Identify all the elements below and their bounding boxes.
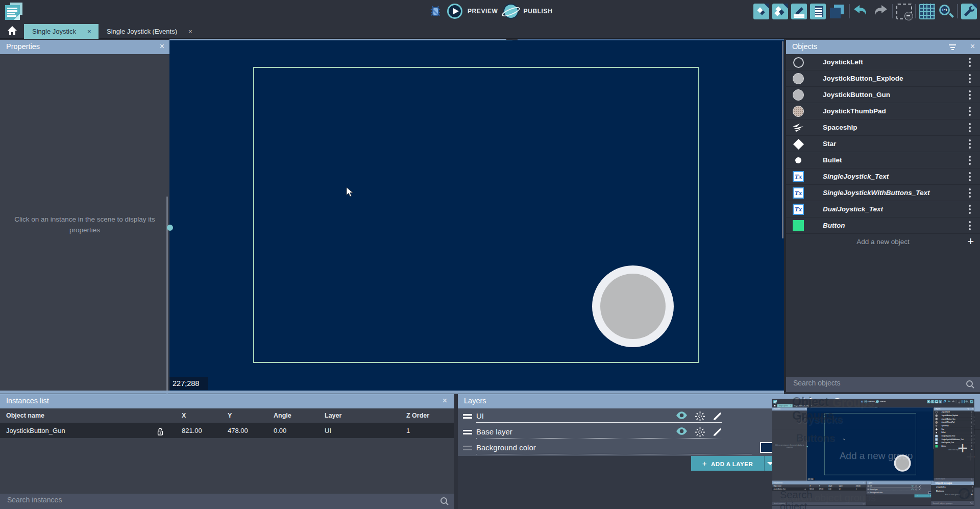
objects-search-input[interactable] bbox=[792, 378, 949, 387]
publish-button[interactable]: PUBLISH bbox=[524, 8, 553, 15]
close-icon[interactable]: × bbox=[160, 42, 164, 51]
visibility-eye-icon[interactable] bbox=[675, 427, 688, 435]
mouse-cursor bbox=[346, 187, 354, 200]
object-groups-icon[interactable] bbox=[772, 4, 788, 19]
top-toolbar: PREVIEW PUBLISH 1:1 bbox=[0, 0, 980, 22]
tab-close-icon[interactable]: × bbox=[188, 28, 192, 35]
object-menu-icon[interactable] bbox=[969, 90, 971, 92]
properties-panel-header[interactable]: Properties × bbox=[0, 40, 169, 54]
object-menu-icon[interactable] bbox=[969, 188, 971, 190]
zoom-1-1-icon[interactable]: 1:1 bbox=[938, 4, 954, 19]
tab-close-icon[interactable]: × bbox=[87, 28, 91, 35]
close-icon[interactable]: × bbox=[970, 42, 975, 51]
window-drag-preview: PREVIEW PUBLISH 1:1 bbox=[772, 399, 974, 505]
plus-icon[interactable]: + bbox=[967, 235, 974, 248]
layers-icon[interactable] bbox=[829, 4, 845, 19]
scene-editor-canvas[interactable]: 227;288 bbox=[169, 40, 784, 391]
instances-panel-header[interactable]: Instances list × bbox=[0, 394, 454, 408]
toolbar-separator bbox=[957, 4, 958, 18]
object-list-item[interactable]: Star bbox=[786, 136, 980, 152]
object-list-item[interactable]: Tx DualJoystick_Text bbox=[786, 201, 980, 217]
column-header: Z Order bbox=[406, 412, 429, 419]
instance-angle: 0.00 bbox=[274, 427, 286, 434]
object-menu-icon[interactable] bbox=[969, 58, 971, 60]
layers-panel-header[interactable]: Layers bbox=[458, 394, 772, 408]
settings-icon[interactable] bbox=[961, 4, 977, 19]
objects-panel-header[interactable]: Objects × bbox=[786, 40, 980, 54]
layer-name[interactable]: Background color bbox=[476, 443, 536, 452]
column-header: Object name bbox=[6, 412, 44, 419]
drag-handle-icon[interactable] bbox=[463, 430, 472, 436]
object-list-item[interactable]: Tx SingleJoystick_Text bbox=[786, 168, 980, 185]
preview-button[interactable]: PREVIEW bbox=[468, 8, 498, 15]
layer-row-base[interactable]: Base layer bbox=[458, 424, 772, 440]
edit-pencil-icon[interactable] bbox=[712, 427, 722, 437]
object-menu-icon[interactable] bbox=[969, 221, 971, 223]
debug-icon[interactable] bbox=[429, 4, 442, 18]
layer-name-underline bbox=[476, 454, 752, 454]
properties-panel: Properties × Click on an instance in the… bbox=[0, 40, 169, 391]
plus-icon: + bbox=[702, 459, 707, 468]
visibility-eye-icon[interactable] bbox=[675, 411, 688, 420]
layer-name-underline bbox=[476, 438, 722, 439]
gdevelop-logo-icon[interactable] bbox=[5, 3, 23, 20]
drag-handle-icon bbox=[463, 446, 472, 452]
undo-icon[interactable] bbox=[853, 4, 869, 19]
object-list-item[interactable]: JoystickButton_Explode bbox=[786, 70, 980, 87]
layer-row-background-color[interactable]: Background color bbox=[458, 440, 772, 456]
object-menu-icon[interactable] bbox=[969, 205, 971, 207]
tab-single-joystick[interactable]: Single Joystick × bbox=[24, 24, 99, 39]
object-menu-icon[interactable] bbox=[969, 172, 971, 174]
layer-row-ui[interactable]: UI bbox=[458, 408, 772, 424]
instance-layer: UI bbox=[325, 427, 331, 434]
add-object-row[interactable]: Add a new object + bbox=[786, 234, 980, 251]
scene-scrollbar[interactable] bbox=[782, 41, 783, 238]
object-list-item[interactable]: Spaceship bbox=[786, 119, 980, 136]
object-list-item[interactable]: JoystickButton_Gun bbox=[786, 87, 980, 103]
layer-name[interactable]: UI bbox=[476, 411, 484, 420]
object-menu-icon[interactable] bbox=[969, 139, 971, 141]
unlocked-padlock-icon[interactable] bbox=[156, 427, 164, 439]
add-object-label: Add a new object bbox=[786, 238, 980, 246]
object-menu-icon[interactable] bbox=[969, 156, 971, 158]
edit-pencil-icon[interactable] bbox=[712, 411, 722, 421]
clear-selection-icon[interactable] bbox=[896, 4, 912, 19]
layer-effects-icon[interactable] bbox=[695, 411, 705, 422]
instance-table-row[interactable]: JoystickButton_Gun 821.00 478.00 0.00 UI… bbox=[0, 423, 454, 438]
object-menu-icon[interactable] bbox=[969, 107, 971, 109]
gdevelop-window: PREVIEW PUBLISH 1:1 bbox=[0, 0, 980, 509]
objects-panel-icon[interactable] bbox=[753, 4, 769, 19]
object-list-item[interactable]: Tx SingleJoystickWithButtons_Text bbox=[786, 185, 980, 201]
preview-play-icon[interactable] bbox=[447, 4, 462, 19]
close-icon[interactable]: × bbox=[443, 396, 447, 405]
object-menu-icon[interactable] bbox=[969, 123, 971, 125]
layer-effects-icon[interactable] bbox=[695, 427, 705, 438]
object-menu-icon[interactable] bbox=[969, 74, 971, 76]
horizontal-resize-divider[interactable] bbox=[0, 391, 784, 394]
grid-icon[interactable] bbox=[919, 4, 935, 19]
instances-search-input[interactable] bbox=[6, 495, 372, 504]
spaceship-icon bbox=[792, 122, 804, 134]
tab-single-joystick-events[interactable]: Single Joystick (Events) × bbox=[99, 24, 201, 39]
properties-scrollbar[interactable] bbox=[166, 197, 168, 421]
instance-z-order: 1 bbox=[406, 427, 410, 434]
tab-label: Single Joystick bbox=[32, 28, 76, 35]
joystick-button-instance[interactable] bbox=[592, 265, 674, 347]
panel-resize-handle[interactable] bbox=[167, 225, 173, 231]
publish-planet-icon[interactable] bbox=[503, 4, 519, 19]
object-name: SingleJoystickWithButtons_Text bbox=[823, 189, 929, 197]
filter-icon[interactable] bbox=[948, 44, 957, 52]
instances-list-icon[interactable] bbox=[810, 4, 826, 19]
object-list-item[interactable]: Bullet bbox=[786, 152, 980, 168]
properties-icon[interactable] bbox=[791, 4, 807, 19]
object-list-item[interactable]: Button bbox=[786, 217, 980, 234]
layer-name[interactable]: Base layer bbox=[476, 427, 512, 436]
add-layer-button[interactable]: +ADD A LAYER bbox=[691, 456, 764, 471]
redo-icon[interactable] bbox=[872, 4, 888, 19]
search-icon bbox=[966, 380, 975, 389]
object-list-item[interactable]: JoystickLeft bbox=[786, 54, 980, 70]
drag-handle-icon[interactable] bbox=[463, 414, 472, 420]
preview-publish-group: PREVIEW PUBLISH bbox=[429, 0, 552, 22]
home-tab[interactable] bbox=[3, 23, 21, 38]
object-list-item[interactable]: JoystickThumbPad bbox=[786, 103, 980, 119]
